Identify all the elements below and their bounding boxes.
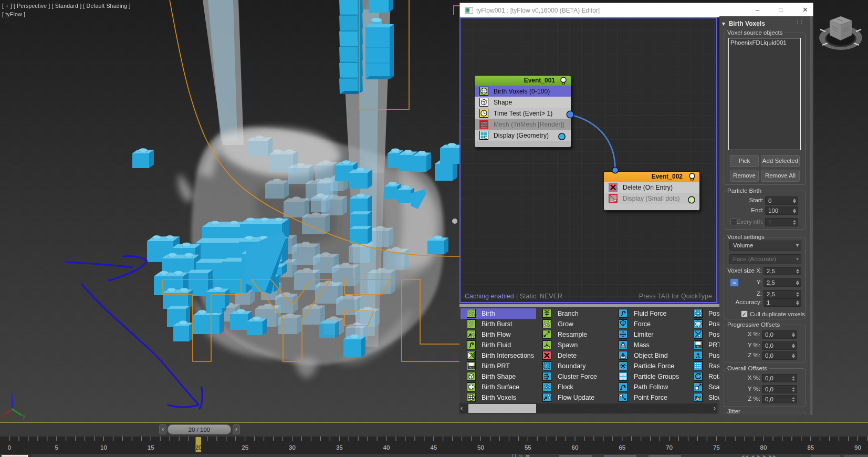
svg-text:5: 5 bbox=[55, 444, 58, 451]
svg-text:90: 90 bbox=[854, 444, 861, 451]
svg-text:0: 0 bbox=[8, 444, 11, 451]
svg-text:KG: KG bbox=[621, 345, 625, 348]
svg-text:x: x bbox=[2, 412, 5, 418]
svg-text:y: y bbox=[23, 412, 26, 419]
svg-text:PRT: PRT bbox=[696, 345, 701, 348]
svg-text:70: 70 bbox=[666, 444, 673, 451]
svg-text:30: 30 bbox=[289, 444, 296, 451]
svg-text:10: 10 bbox=[100, 444, 107, 451]
svg-text:20: 20 bbox=[195, 444, 202, 451]
svg-text:55: 55 bbox=[525, 444, 531, 451]
svg-text:25: 25 bbox=[242, 444, 248, 451]
svg-text:80: 80 bbox=[760, 444, 767, 451]
svg-text:z: z bbox=[11, 391, 14, 397]
svg-text:50: 50 bbox=[477, 444, 484, 451]
svg-text:40: 40 bbox=[383, 444, 390, 451]
svg-text:45: 45 bbox=[430, 444, 437, 451]
svg-text:15: 15 bbox=[148, 444, 154, 451]
svg-text:60: 60 bbox=[572, 444, 579, 451]
svg-text:65: 65 bbox=[619, 444, 625, 451]
svg-text:PRT: PRT bbox=[469, 366, 474, 369]
svg-text:35: 35 bbox=[336, 444, 343, 451]
svg-text:85: 85 bbox=[807, 444, 814, 451]
svg-text:75: 75 bbox=[713, 444, 720, 451]
